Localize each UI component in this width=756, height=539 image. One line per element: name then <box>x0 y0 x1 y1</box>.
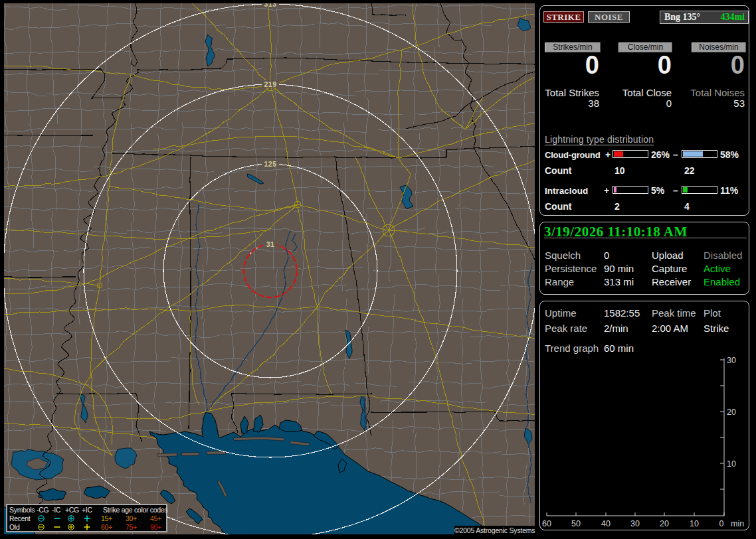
svg-text:0: 0 <box>719 519 724 528</box>
svg-text:40: 40 <box>601 519 611 528</box>
svg-text:20: 20 <box>660 519 669 528</box>
svg-text:10: 10 <box>690 519 699 528</box>
svg-text:60: 60 <box>542 519 551 528</box>
svg-text:50: 50 <box>571 519 581 528</box>
svg-text:min: min <box>731 519 744 528</box>
svg-text:30: 30 <box>727 356 736 365</box>
svg-text:10: 10 <box>727 459 736 469</box>
svg-text:20: 20 <box>727 408 736 417</box>
svg-text:30: 30 <box>630 519 640 528</box>
